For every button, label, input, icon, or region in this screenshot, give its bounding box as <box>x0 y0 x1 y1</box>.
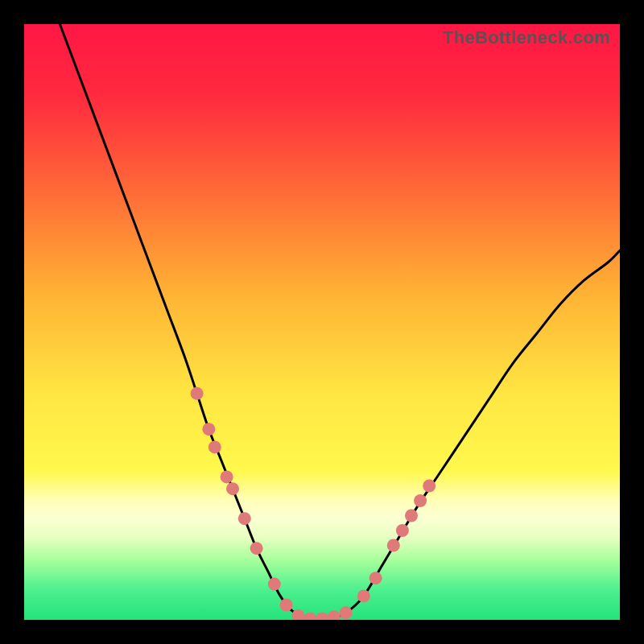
data-marker <box>280 599 293 612</box>
data-marker <box>369 572 382 584</box>
data-marker <box>250 542 263 555</box>
data-marker <box>303 613 316 620</box>
data-marker <box>414 494 427 507</box>
data-marker <box>423 480 436 493</box>
data-marker <box>387 539 400 552</box>
plot-area: TheBottleneck.com <box>24 24 620 620</box>
data-marker <box>340 606 353 619</box>
chart-stage: TheBottleneck.com <box>0 0 644 644</box>
data-marker <box>396 524 409 537</box>
data-marker <box>357 589 370 602</box>
data-marker <box>226 482 239 495</box>
data-marker <box>208 440 221 453</box>
chart-svg <box>24 24 620 620</box>
bottleneck-curve <box>60 24 620 620</box>
data-markers <box>191 387 436 620</box>
data-marker <box>328 610 341 620</box>
data-marker <box>405 510 418 522</box>
data-marker <box>316 613 328 620</box>
data-marker <box>221 470 233 483</box>
data-marker <box>202 423 215 436</box>
data-marker <box>268 578 281 591</box>
data-marker <box>238 512 251 525</box>
data-marker <box>191 387 204 400</box>
